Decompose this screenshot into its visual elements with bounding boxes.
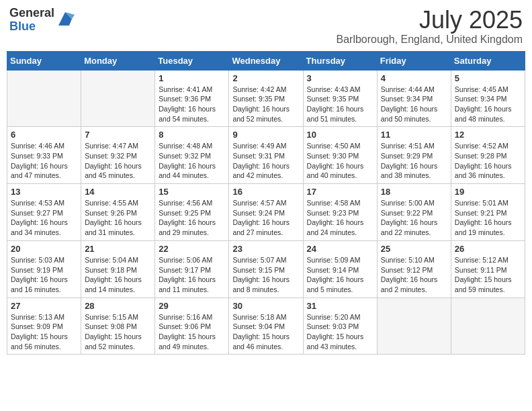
day-number: 7 [85, 130, 151, 140]
day-number: 2 [232, 73, 299, 83]
logo-general: General [9, 7, 54, 20]
calendar-week-row: 27Sunrise: 5:13 AMSunset: 9:09 PMDayligh… [7, 298, 525, 355]
day-info: Sunrise: 5:00 AMSunset: 9:22 PMDaylight:… [381, 198, 447, 238]
day-number: 1 [159, 73, 225, 83]
day-info: Sunrise: 5:10 AMSunset: 9:12 PMDaylight:… [381, 255, 447, 295]
day-info: Sunrise: 4:42 AMSunset: 9:35 PMDaylight:… [232, 85, 299, 124]
day-number: 23 [232, 244, 299, 254]
day-info: Sunrise: 4:56 AMSunset: 9:25 PMDaylight:… [159, 198, 225, 238]
day-info: Sunrise: 5:07 AMSunset: 9:15 PMDaylight:… [232, 255, 299, 295]
day-info: Sunrise: 4:41 AMSunset: 9:36 PMDaylight:… [159, 85, 225, 124]
calendar-cell: 4Sunrise: 4:44 AMSunset: 9:34 PMDaylight… [377, 70, 451, 127]
calendar-week-row: 13Sunrise: 4:53 AMSunset: 9:27 PMDayligh… [7, 184, 525, 241]
day-info: Sunrise: 4:46 AMSunset: 9:33 PMDaylight:… [11, 141, 77, 181]
calendar-cell: 30Sunrise: 5:18 AMSunset: 9:04 PMDayligh… [229, 298, 303, 355]
day-number: 12 [455, 130, 521, 140]
calendar-cell: 22Sunrise: 5:06 AMSunset: 9:17 PMDayligh… [155, 240, 229, 298]
day-number: 27 [11, 301, 77, 311]
day-number: 11 [381, 130, 447, 140]
day-number: 28 [85, 301, 151, 311]
calendar-week-row: 1Sunrise: 4:41 AMSunset: 9:36 PMDaylight… [7, 70, 525, 127]
day-number: 22 [159, 244, 225, 254]
day-info: Sunrise: 4:49 AMSunset: 9:31 PMDaylight:… [232, 141, 299, 181]
day-info: Sunrise: 4:55 AMSunset: 9:26 PMDaylight:… [85, 198, 151, 238]
day-info: Sunrise: 4:47 AMSunset: 9:32 PMDaylight:… [85, 141, 151, 181]
day-info: Sunrise: 4:48 AMSunset: 9:32 PMDaylight:… [159, 141, 225, 181]
logo-icon [56, 9, 75, 28]
day-info: Sunrise: 4:43 AMSunset: 9:35 PMDaylight:… [307, 85, 373, 124]
day-info: Sunrise: 4:52 AMSunset: 9:28 PMDaylight:… [455, 141, 521, 181]
day-info: Sunrise: 5:13 AMSunset: 9:09 PMDaylight:… [11, 312, 77, 352]
day-number: 10 [307, 130, 373, 140]
weekday-header-saturday: Saturday [451, 51, 525, 70]
day-number: 17 [307, 187, 373, 197]
day-number: 14 [85, 187, 151, 197]
header: General Blue July 2025 Barlborough, Engl… [7, 7, 525, 46]
calendar: SundayMondayTuesdayWednesdayThursdayFrid… [7, 51, 525, 355]
calendar-cell: 25Sunrise: 5:10 AMSunset: 9:12 PMDayligh… [377, 240, 451, 298]
calendar-cell: 8Sunrise: 4:48 AMSunset: 9:32 PMDaylight… [155, 127, 229, 184]
day-number: 6 [11, 130, 77, 140]
day-info: Sunrise: 5:03 AMSunset: 9:19 PMDaylight:… [11, 255, 77, 295]
calendar-cell: 5Sunrise: 4:45 AMSunset: 9:34 PMDaylight… [451, 70, 525, 127]
weekday-header-wednesday: Wednesday [229, 51, 303, 70]
logo-text: General Blue [9, 7, 54, 34]
calendar-cell: 14Sunrise: 4:55 AMSunset: 9:26 PMDayligh… [81, 184, 155, 241]
day-number: 19 [455, 187, 521, 197]
day-info: Sunrise: 5:20 AMSunset: 9:03 PMDaylight:… [307, 312, 373, 352]
weekday-header-thursday: Thursday [303, 51, 377, 70]
calendar-cell: 16Sunrise: 4:57 AMSunset: 9:24 PMDayligh… [229, 184, 303, 241]
calendar-cell [7, 70, 81, 127]
day-info: Sunrise: 5:16 AMSunset: 9:06 PMDaylight:… [159, 312, 225, 352]
calendar-cell [81, 70, 155, 127]
day-info: Sunrise: 4:53 AMSunset: 9:27 PMDaylight:… [11, 198, 77, 238]
day-number: 29 [159, 301, 225, 311]
day-info: Sunrise: 4:45 AMSunset: 9:34 PMDaylight:… [455, 85, 521, 124]
day-info: Sunrise: 5:18 AMSunset: 9:04 PMDaylight:… [232, 312, 299, 352]
calendar-cell: 1Sunrise: 4:41 AMSunset: 9:36 PMDaylight… [155, 70, 229, 127]
calendar-cell: 13Sunrise: 4:53 AMSunset: 9:27 PMDayligh… [7, 184, 81, 241]
day-number: 24 [307, 244, 373, 254]
day-info: Sunrise: 5:01 AMSunset: 9:21 PMDaylight:… [455, 198, 521, 238]
day-number: 3 [307, 73, 373, 83]
calendar-cell: 19Sunrise: 5:01 AMSunset: 9:21 PMDayligh… [451, 184, 525, 241]
logo-blue: Blue [9, 20, 54, 34]
calendar-cell: 23Sunrise: 5:07 AMSunset: 9:15 PMDayligh… [229, 240, 303, 298]
day-info: Sunrise: 5:04 AMSunset: 9:18 PMDaylight:… [85, 255, 151, 295]
calendar-cell: 9Sunrise: 4:49 AMSunset: 9:31 PMDaylight… [229, 127, 303, 184]
day-number: 21 [85, 244, 151, 254]
calendar-cell: 28Sunrise: 5:15 AMSunset: 9:08 PMDayligh… [81, 298, 155, 355]
calendar-cell: 20Sunrise: 5:03 AMSunset: 9:19 PMDayligh… [7, 240, 81, 298]
calendar-cell [451, 298, 525, 355]
calendar-cell: 29Sunrise: 5:16 AMSunset: 9:06 PMDayligh… [155, 298, 229, 355]
calendar-cell: 6Sunrise: 4:46 AMSunset: 9:33 PMDaylight… [7, 127, 81, 184]
weekday-header-row: SundayMondayTuesdayWednesdayThursdayFrid… [7, 51, 525, 70]
day-number: 20 [11, 244, 77, 254]
day-info: Sunrise: 4:50 AMSunset: 9:30 PMDaylight:… [307, 141, 373, 181]
day-number: 15 [159, 187, 225, 197]
calendar-cell: 10Sunrise: 4:50 AMSunset: 9:30 PMDayligh… [303, 127, 377, 184]
calendar-cell: 26Sunrise: 5:12 AMSunset: 9:11 PMDayligh… [451, 240, 525, 298]
day-info: Sunrise: 4:58 AMSunset: 9:23 PMDaylight:… [307, 198, 373, 238]
day-number: 4 [381, 73, 447, 83]
day-number: 25 [381, 244, 447, 254]
day-number: 30 [232, 301, 299, 311]
day-number: 5 [455, 73, 521, 83]
calendar-cell [377, 298, 451, 355]
calendar-cell: 21Sunrise: 5:04 AMSunset: 9:18 PMDayligh… [81, 240, 155, 298]
calendar-week-row: 6Sunrise: 4:46 AMSunset: 9:33 PMDaylight… [7, 127, 525, 184]
day-info: Sunrise: 4:57 AMSunset: 9:24 PMDaylight:… [232, 198, 299, 238]
calendar-cell: 11Sunrise: 4:51 AMSunset: 9:29 PMDayligh… [377, 127, 451, 184]
day-number: 8 [159, 130, 225, 140]
calendar-week-row: 20Sunrise: 5:03 AMSunset: 9:19 PMDayligh… [7, 240, 525, 298]
day-number: 16 [232, 187, 299, 197]
day-info: Sunrise: 5:09 AMSunset: 9:14 PMDaylight:… [307, 255, 373, 295]
calendar-cell: 18Sunrise: 5:00 AMSunset: 9:22 PMDayligh… [377, 184, 451, 241]
day-number: 18 [381, 187, 447, 197]
day-number: 9 [232, 130, 299, 140]
day-number: 26 [455, 244, 521, 254]
day-info: Sunrise: 4:44 AMSunset: 9:34 PMDaylight:… [381, 85, 447, 124]
day-info: Sunrise: 5:12 AMSunset: 9:11 PMDaylight:… [455, 255, 521, 295]
weekday-header-tuesday: Tuesday [155, 51, 229, 70]
day-number: 13 [11, 187, 77, 197]
